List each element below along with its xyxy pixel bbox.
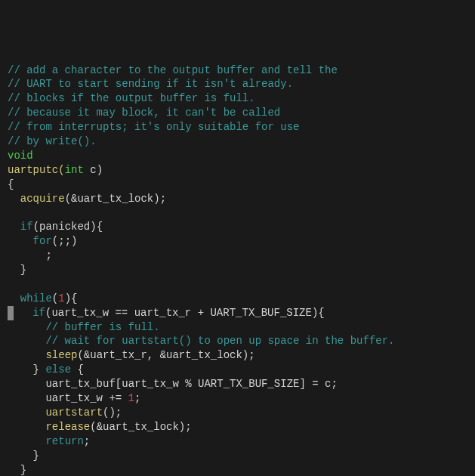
code-line-26: release(&uart_tx_lock); bbox=[8, 420, 467, 434]
code-line-9: { bbox=[8, 178, 467, 192]
code-line-24: uart_tx_w += 1; bbox=[8, 391, 467, 406]
code-line-22: } else { bbox=[8, 363, 467, 377]
code-line-11 bbox=[8, 206, 467, 220]
code-line-7: void bbox=[8, 149, 467, 163]
code-line-8: uartputc(int c) bbox=[8, 163, 467, 178]
code-editor[interactable]: // add a character to the output buffer … bbox=[8, 63, 467, 476]
code-line-14: ; bbox=[8, 249, 467, 263]
code-line-4: // because it may block, it can't be cal… bbox=[8, 106, 467, 120]
cursor-icon bbox=[8, 306, 14, 320]
code-line-23: uart_tx_buf[uart_tx_w % UART_TX_BUF_SIZE… bbox=[8, 377, 467, 391]
code-line-27: return; bbox=[8, 434, 467, 449]
code-line-18: if(uart_tx_w == uart_tx_r + UART_TX_BUF_… bbox=[8, 306, 467, 320]
code-line-16 bbox=[8, 277, 467, 292]
code-line-19: // buffer is full. bbox=[8, 320, 467, 335]
code-line-29: } bbox=[8, 463, 467, 477]
code-line-3: // blocks if the output buffer is full. bbox=[8, 91, 467, 106]
code-line-1: // add a character to the output buffer … bbox=[8, 63, 467, 78]
code-line-17: while(1){ bbox=[8, 292, 467, 306]
code-line-21: sleep(&uart_tx_r, &uart_tx_lock); bbox=[8, 348, 467, 363]
code-line-2: // UART to start sending if it isn't alr… bbox=[8, 77, 467, 91]
code-line-25: uartstart(); bbox=[8, 406, 467, 420]
code-line-28: } bbox=[8, 449, 467, 463]
code-line-15: } bbox=[8, 263, 467, 277]
code-line-10: acquire(&uart_tx_lock); bbox=[8, 192, 467, 206]
code-line-12: if(panicked){ bbox=[8, 220, 467, 234]
code-line-6: // by write(). bbox=[8, 134, 467, 149]
code-line-5: // from interrupts; it's only suitable f… bbox=[8, 120, 467, 134]
code-line-13: for(;;) bbox=[8, 234, 467, 249]
code-line-20: // wait for uartstart() to open up space… bbox=[8, 334, 467, 348]
